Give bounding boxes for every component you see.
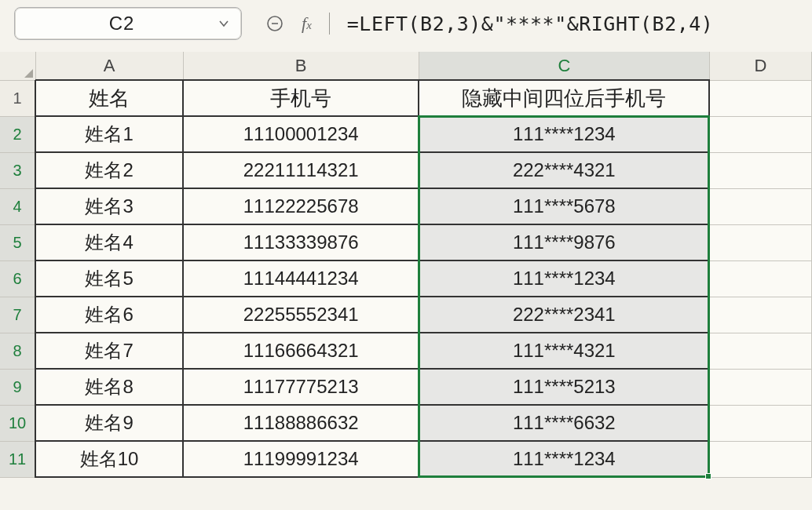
row-number[interactable]: 9 — [0, 369, 35, 405]
cell-B9[interactable]: 11177775213 — [183, 369, 419, 405]
cell-B4[interactable]: 11122225678 — [183, 188, 419, 224]
cell-C9[interactable]: 111****5213 — [419, 369, 709, 405]
cell-B11[interactable]: 11199991234 — [183, 441, 419, 477]
table-row: 5 姓名4 11133339876 111****9876 — [0, 224, 812, 260]
cell-A1[interactable]: 姓名 — [35, 80, 183, 116]
cell-A11[interactable]: 姓名10 — [35, 441, 183, 477]
row-number[interactable]: 10 — [0, 405, 35, 441]
cell-B10[interactable]: 11188886632 — [183, 405, 419, 441]
cell-D6[interactable] — [709, 260, 811, 297]
cell-C7[interactable]: 222****2341 — [419, 297, 709, 333]
cell-D7[interactable] — [709, 297, 811, 333]
col-header-B[interactable]: B — [183, 52, 419, 80]
cell-C3[interactable]: 222****4321 — [419, 152, 709, 188]
formula-separator — [329, 13, 330, 35]
chevron-down-icon[interactable] — [218, 17, 230, 30]
cell-B7[interactable]: 22255552341 — [183, 297, 419, 333]
row-number[interactable]: 6 — [0, 260, 35, 297]
cell-D1[interactable] — [709, 80, 811, 116]
cell-A10[interactable]: 姓名9 — [35, 405, 183, 441]
cell-C8[interactable]: 111****4321 — [419, 333, 709, 369]
cell-B5[interactable]: 11133339876 — [183, 224, 419, 260]
row-number[interactable]: 2 — [0, 116, 35, 152]
cell-C6[interactable]: 111****1234 — [419, 260, 709, 297]
cell-A8[interactable]: 姓名7 — [35, 333, 183, 369]
row-number[interactable]: 8 — [0, 333, 35, 369]
table-row: 6 姓名5 11144441234 111****1234 — [0, 260, 812, 297]
cell-A6[interactable]: 姓名5 — [35, 260, 183, 297]
column-header-row: A B C D — [0, 52, 812, 80]
cell-D10[interactable] — [709, 405, 811, 441]
cell-C1[interactable]: 隐藏中间四位后手机号 — [419, 80, 709, 116]
cell-B8[interactable]: 11166664321 — [183, 333, 419, 369]
row-number[interactable]: 4 — [0, 188, 35, 224]
cell-A4[interactable]: 姓名3 — [35, 188, 183, 224]
cell-C10[interactable]: 111****6632 — [419, 405, 709, 441]
spreadsheet-grid[interactable]: A B C D 1 姓名 手机号 隐藏中间四位后手机号 2 姓名1 111000… — [0, 52, 812, 478]
row-number[interactable]: 1 — [0, 80, 35, 116]
name-box[interactable]: C2 — [14, 7, 242, 40]
cell-B6[interactable]: 11144441234 — [183, 260, 419, 297]
table-row: 1 姓名 手机号 隐藏中间四位后手机号 — [0, 80, 812, 116]
select-all-corner[interactable] — [0, 52, 35, 80]
cell-C5[interactable]: 111****9876 — [419, 224, 709, 260]
table-row: 11 姓名10 11199991234 111****1234 — [0, 441, 812, 477]
col-header-D[interactable]: D — [709, 52, 811, 80]
fx-icon[interactable]: fx — [302, 13, 312, 34]
table-row: 3 姓名2 22211114321 222****4321 — [0, 152, 812, 188]
table-row: 10 姓名9 11188886632 111****6632 — [0, 405, 812, 441]
cell-A2[interactable]: 姓名1 — [35, 116, 183, 152]
formula-bar: fx =LEFT(B2,3)&"****"&RIGHT(B2,4) — [265, 13, 713, 35]
name-box-value: C2 — [26, 13, 218, 35]
cell-A5[interactable]: 姓名4 — [35, 224, 183, 260]
cell-D9[interactable] — [709, 369, 811, 405]
cell-D8[interactable] — [709, 333, 811, 369]
cell-C2[interactable]: 111****1234 — [419, 116, 709, 152]
cell-D3[interactable] — [709, 152, 811, 188]
formula-bar-row: C2 fx =LEFT(B2,3)&"****"&RIGHT(B2,4) — [0, 0, 812, 47]
cell-D5[interactable] — [709, 224, 811, 260]
cancel-icon[interactable] — [265, 14, 284, 33]
col-header-A[interactable]: A — [35, 52, 183, 80]
cell-A9[interactable]: 姓名8 — [35, 369, 183, 405]
cell-A3[interactable]: 姓名2 — [35, 152, 183, 188]
col-header-C[interactable]: C — [419, 52, 709, 80]
cell-D11[interactable] — [709, 441, 811, 477]
table-row: 4 姓名3 11122225678 111****5678 — [0, 188, 812, 224]
row-number[interactable]: 5 — [0, 224, 35, 260]
table-row: 8 姓名7 11166664321 111****4321 — [0, 333, 812, 369]
row-number[interactable]: 7 — [0, 297, 35, 333]
cell-B1[interactable]: 手机号 — [183, 80, 419, 116]
table-row: 2 姓名1 11100001234 111****1234 — [0, 116, 812, 152]
cell-A7[interactable]: 姓名6 — [35, 297, 183, 333]
cell-B2[interactable]: 11100001234 — [183, 116, 419, 152]
row-number[interactable]: 3 — [0, 152, 35, 188]
cell-C11[interactable]: 111****1234 — [419, 441, 709, 477]
table-row: 7 姓名6 22255552341 222****2341 — [0, 297, 812, 333]
table-row: 9 姓名8 11177775213 111****5213 — [0, 369, 812, 405]
cell-B3[interactable]: 22211114321 — [183, 152, 419, 188]
formula-input[interactable]: =LEFT(B2,3)&"****"&RIGHT(B2,4) — [347, 13, 714, 35]
row-number[interactable]: 11 — [0, 441, 35, 477]
cell-D4[interactable] — [709, 188, 811, 224]
cell-C4[interactable]: 111****5678 — [419, 188, 709, 224]
cell-D2[interactable] — [709, 116, 811, 152]
